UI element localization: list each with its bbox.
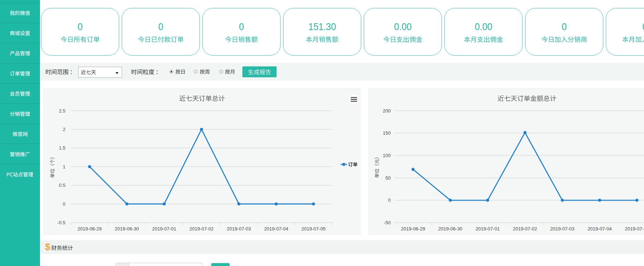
svg-text:0: 0 bbox=[63, 201, 65, 207]
svg-text:0: 0 bbox=[388, 197, 391, 203]
svg-text:2: 2 bbox=[63, 127, 65, 132]
svg-text:-50: -50 bbox=[384, 220, 391, 225]
svg-text:150: 150 bbox=[383, 130, 391, 136]
svg-text:2019-07-04: 2019-07-04 bbox=[264, 226, 289, 232]
svg-text:2019-06-29: 2019-06-29 bbox=[401, 226, 425, 232]
svg-text:2019-07-01: 2019-07-01 bbox=[152, 226, 177, 232]
svg-text:2019-07-03: 2019-07-03 bbox=[550, 226, 575, 232]
svg-text:2019-06-30: 2019-06-30 bbox=[115, 226, 139, 232]
svg-text:2019-07-02: 2019-07-02 bbox=[513, 226, 537, 232]
svg-text:1: 1 bbox=[63, 164, 65, 169]
svg-text:2019-07-05: 2019-07-05 bbox=[301, 226, 326, 232]
svg-text:100: 100 bbox=[383, 153, 391, 158]
svg-text:2019-07-02: 2019-07-02 bbox=[189, 226, 214, 232]
svg-text:0.5: 0.5 bbox=[59, 183, 65, 188]
svg-text:-0.5: -0.5 bbox=[57, 220, 65, 225]
svg-text:1.5: 1.5 bbox=[59, 145, 65, 151]
svg-text:50: 50 bbox=[386, 175, 391, 181]
svg-text:2019-06-29: 2019-06-29 bbox=[77, 226, 102, 232]
svg-text:2.5: 2.5 bbox=[59, 108, 65, 114]
svg-text:200: 200 bbox=[383, 108, 391, 114]
svg-text:2019-07-05: 2019-07-05 bbox=[625, 226, 644, 232]
svg-text:2019-06-30: 2019-06-30 bbox=[438, 226, 463, 232]
svg-text:2019-07-04: 2019-07-04 bbox=[588, 226, 612, 232]
svg-text:2019-07-01: 2019-07-01 bbox=[476, 226, 500, 232]
svg-text:2019-07-03: 2019-07-03 bbox=[227, 226, 251, 232]
